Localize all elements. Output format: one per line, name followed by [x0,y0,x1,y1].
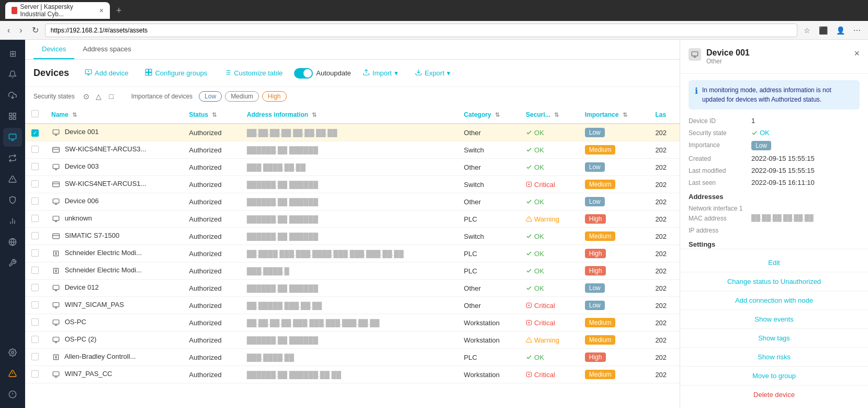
cast-icon[interactable]: ⬛ [816,24,831,37]
sidebar-warning-icon[interactable] [3,364,22,383]
row-checkbox[interactable] [31,249,39,257]
edit-button[interactable]: Edit [680,253,868,272]
change-status-button[interactable]: Change status to Unauthorized [680,272,868,291]
back-button[interactable]: ‹ [4,24,13,37]
add-device-button[interactable]: Add device [80,66,133,80]
col-importance[interactable]: Importance ⇅ [579,106,649,124]
forward-button[interactable]: › [16,24,25,37]
profile-icon[interactable]: 👤 [833,24,848,37]
sidebar-icon-grid[interactable] [3,107,22,126]
row-checkbox[interactable] [31,336,39,343]
security-warning-badge: Warning [526,336,572,344]
importance-badge-high[interactable]: High [262,91,287,102]
row-checkbox-cell [25,228,45,245]
col-security[interactable]: Securi... ⇅ [520,106,579,124]
sidebar-icon-globe[interactable] [3,233,22,251]
filter-circle-icon[interactable]: ⊙ [81,91,92,102]
col-checkbox [25,106,45,124]
table-row: Schneider Electric Modi... Authorized ██… [25,262,680,280]
configure-groups-button[interactable]: Configure groups [140,66,212,80]
sidebar-icon-alert[interactable] [3,170,22,189]
show-tags-button[interactable]: Show tags [680,329,868,347]
row-importance: Low [579,124,649,141]
delete-device-button[interactable]: Delete device [680,385,868,404]
row-name[interactable]: Allen-Bradley Controll... [45,349,183,366]
export-button[interactable]: Export ▾ [410,66,456,80]
show-risks-button[interactable]: Show risks [680,348,868,366]
row-checkbox[interactable] [31,180,39,188]
import-button[interactable]: Import ▾ [357,66,403,80]
row-name[interactable]: SIMATIC S7-1500 [45,228,183,245]
autoupdate-toggle[interactable]: Autoupdate [294,68,351,79]
importance-badge-low[interactable]: Low [199,91,222,102]
sidebar-icon-chart[interactable] [3,212,22,230]
row-checkbox[interactable] [31,353,39,360]
customize-table-button[interactable]: Customize table [219,66,288,80]
row-name[interactable]: unknown [45,211,183,228]
col-name[interactable]: Name ⇅ [45,106,183,124]
row-name[interactable]: WIN7_SICAM_PAS [45,297,183,314]
row-checkbox[interactable] [31,232,39,239]
select-all-checkbox[interactable] [31,110,39,117]
row-checkbox[interactable] [31,284,39,291]
row-checkbox[interactable] [31,318,39,326]
row-checkbox[interactable] [31,267,39,274]
svg-rect-51 [53,199,59,203]
url-bar[interactable] [45,24,797,37]
sidebar-icon-network[interactable] [3,149,22,168]
toggle-switch[interactable] [294,68,313,79]
browser-tab[interactable]: Server | Kaspersky Industrial Cyb... × [5,2,110,19]
row-name[interactable]: OS-PC [45,314,183,332]
ip-row: IP address [689,226,860,234]
row-checkbox[interactable]: ✓ [31,129,39,137]
sidebar-icon-download[interactable] [3,86,22,105]
refresh-button[interactable]: ↻ [29,23,42,37]
svg-rect-2 [13,113,16,116]
show-events-button[interactable]: Show events [680,310,868,328]
page-tabs: Devices Address spaces [25,40,680,60]
add-connection-button[interactable]: Add connection with node [680,291,868,310]
row-checkbox[interactable] [31,146,39,153]
row-name[interactable]: WIN7_PAS_CC [45,366,183,383]
col-address[interactable]: Address information ⇅ [241,106,458,124]
row-name[interactable]: SW-KICS4NET-ARCUS3... [45,141,183,159]
row-name[interactable]: Device 006 [45,193,183,211]
row-name[interactable]: OS-PC (2) [45,332,183,349]
row-name[interactable]: Schneider Electric Modi... [45,262,183,280]
filter-square-icon[interactable]: □ [106,91,117,102]
svg-rect-68 [53,285,59,290]
row-name[interactable]: Device 001 [45,124,183,141]
col-category[interactable]: Category ⇅ [458,106,520,124]
importance-badge-medium[interactable]: Medium [225,91,259,102]
row-checkbox[interactable] [31,370,39,378]
row-checkbox[interactable] [31,163,39,170]
sidebar-icon-bell[interactable] [3,65,22,84]
new-tab-button[interactable]: + [116,5,122,16]
sidebar-icon-wrench[interactable] [3,253,22,272]
sidebar-icon-gear[interactable] [3,343,22,362]
more-icon[interactable]: ⋯ [850,24,864,37]
tab-address-spaces[interactable]: Address spaces [74,40,140,59]
row-name[interactable]: Device 003 [45,159,183,176]
device-type-icon [51,370,61,379]
row-name[interactable]: SW-KICS4NET-ARCUS1... [45,176,183,193]
panel-close-button[interactable]: × [854,48,860,59]
row-name[interactable]: Device 012 [45,280,183,297]
tab-close-button[interactable]: × [99,6,104,15]
tab-devices[interactable]: Devices [33,40,74,59]
row-checkbox[interactable] [31,301,39,308]
filter-triangle-icon[interactable]: △ [94,91,104,102]
sidebar-icon-info[interactable] [3,385,22,404]
col-last[interactable]: Las [649,106,680,124]
col-status[interactable]: Status ⇅ [183,106,240,124]
row-name[interactable]: Schneider Electric Modi... [45,245,183,262]
sidebar-icon-assets[interactable] [3,128,22,147]
row-checkbox[interactable] [31,197,39,205]
move-to-group-button[interactable]: Move to group [680,367,868,385]
sidebar-icon-apps[interactable]: ⊞ [3,44,22,63]
sidebar: ⊞ [0,40,25,408]
bookmark-icon[interactable]: ☆ [801,24,814,37]
sidebar-icon-shield[interactable] [3,191,22,209]
row-address: ██████.██ ██████ [241,280,458,297]
row-checkbox[interactable] [31,215,39,222]
